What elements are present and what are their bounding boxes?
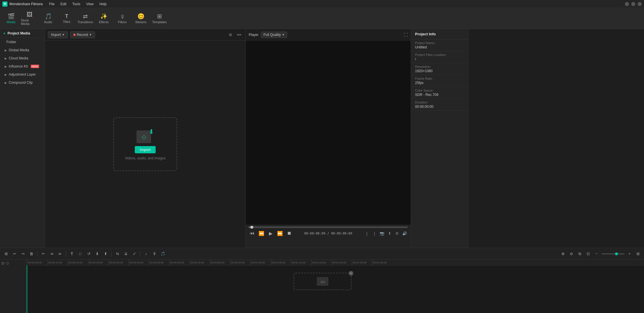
tl-grid-btn[interactable]: ⊞ (634, 250, 642, 258)
volume-icon[interactable]: 🔊 (401, 230, 408, 236)
tl-speed-btn[interactable]: ⊡ (584, 250, 592, 258)
project-name-label: Project Name: (415, 41, 465, 45)
project-location-value: / (415, 57, 465, 61)
tl-divider-3 (111, 251, 112, 256)
project-framerate-value: 25fps (415, 81, 465, 85)
menu-file[interactable]: File (47, 1, 57, 7)
stickers-icon: 😊 (137, 13, 145, 19)
zoom-in-button[interactable]: + (626, 250, 633, 258)
import-button[interactable]: Import ▼ (48, 31, 68, 38)
tl-group-button[interactable]: ⇊ (122, 250, 130, 258)
tl-divider-1 (37, 251, 37, 256)
zoom-slider-handle[interactable] (615, 252, 618, 255)
tl-prev-cut-button[interactable]: ⊲ (48, 250, 55, 258)
toolbar-templates[interactable]: ⊞ Templates (151, 10, 168, 27)
timeline-area: ⊞ ↩ ↪ 🗑 ✂ ⊲ ⊳ T □ ↺ ⬇ ⬆ ⇆ ⇊ ⤢ ♪ 🎙 🎵 ⊕ ⊖ … (0, 248, 644, 313)
toolbar-titles[interactable]: T Titles (58, 10, 75, 27)
player-screen (246, 41, 411, 225)
record-button[interactable]: Record ▼ (70, 31, 95, 38)
menu-edit[interactable]: Edit (58, 1, 69, 7)
stop-button[interactable]: ⏹ (286, 230, 293, 237)
play-button[interactable]: ▶ (267, 230, 274, 237)
out-point-icon[interactable]: ] (371, 230, 378, 236)
menu-help[interactable]: Help (97, 1, 109, 7)
toolbar-stock-media[interactable]: 🖼 Stock Media (21, 10, 38, 27)
quality-selector[interactable]: Full Quality ▼ (261, 32, 287, 38)
sidebar-item-adjustment-layer[interactable]: ▶ Adjustment Layer (0, 70, 45, 79)
ruler-mark-6: 00:00:35:00 (149, 260, 169, 265)
add-track-icon[interactable]: ⊞ (1, 261, 5, 265)
project-resolution-label: Resolution: (415, 65, 465, 68)
app-logo-icon: W (2, 1, 8, 7)
tl-collab-btn[interactable]: ⊕ (559, 250, 567, 258)
menu-tools[interactable]: Tools (70, 1, 83, 7)
import-green-button[interactable]: Import (135, 146, 156, 153)
window-maximize[interactable] (631, 2, 635, 6)
toolbar-stickers[interactable]: 😊 Stickers (132, 10, 150, 27)
main-toolbar: 🎬 Media 🖼 Stock Media 🎵 Audio T Titles ⇄… (0, 8, 644, 29)
sidebar-item-influence-kit[interactable]: ▶ Influence Kit NEW (0, 62, 45, 70)
tl-redo-button[interactable]: ↪ (19, 250, 27, 258)
tl-music-btn[interactable]: 🎵 (159, 250, 167, 258)
sidebar-item-folder[interactable]: Folder (0, 38, 45, 46)
app-name: Wondershare Filmora (9, 2, 43, 6)
toolbar-media[interactable]: 🎬 Media (2, 10, 20, 27)
tl-down-button[interactable]: ⬇ (93, 250, 101, 258)
timeline-playhead[interactable] (27, 265, 27, 313)
tl-divider-4 (140, 251, 140, 256)
player-fullscreen-icon[interactable]: ⛶ (404, 32, 408, 37)
toolbar-transitions[interactable]: ⇄ Transitions (77, 10, 94, 27)
tl-undo-button[interactable]: ↩ (11, 250, 18, 258)
timeline-main: ⊞ ⊙ 00:00:05:00 00:00:10:00 00:00:15:00 … (0, 260, 644, 313)
tl-shape-button[interactable]: □ (77, 250, 84, 258)
ruler-mark-2: 00:00:15:00 (68, 260, 88, 265)
settings-icon[interactable]: ⚙ (394, 230, 400, 236)
tl-text-button[interactable]: T (68, 250, 76, 258)
next-frame-button[interactable]: ⏩ (276, 230, 283, 237)
toolbar-media-label: Media (7, 20, 15, 24)
tl-rotate-button[interactable]: ↺ (85, 250, 92, 258)
toolbar-audio[interactable]: 🎵 Audio (39, 10, 57, 27)
export-frame-icon[interactable]: ⬆ (386, 230, 393, 236)
tl-expand-button[interactable]: ⤢ (130, 250, 138, 258)
progress-bar[interactable] (249, 226, 408, 228)
timeline-tracks[interactable]: ▭ + (26, 265, 644, 313)
sidebar-item-cloud-media[interactable]: ▶ Cloud Media (0, 54, 45, 62)
sidebar-item-compound-clip[interactable]: ▶ Compound Clip (0, 79, 45, 87)
tl-snap-button[interactable]: ⊞ (2, 250, 10, 258)
tl-audio-btn[interactable]: ♪ (142, 250, 150, 258)
quality-label: Full Quality (263, 33, 281, 37)
import-drop-zone[interactable]: ◇ ⬇ Import Videos, audio, and images (113, 117, 177, 171)
window-minimize[interactable] (625, 2, 629, 6)
project-colorspace-label: Color Space: (415, 89, 465, 92)
ruler-mark-17: 00:01:30:00 (372, 260, 392, 265)
sidebar-item-global-media[interactable]: ▶ Global Media (0, 46, 45, 54)
tl-merge-btn[interactable]: ⊖ (567, 250, 575, 258)
toolbar-filters[interactable]: ⧬ Filters (114, 10, 131, 27)
zoom-out-button[interactable]: − (593, 250, 600, 258)
toolbar-effects[interactable]: ✨ Effects (95, 10, 112, 27)
filter-icon[interactable]: ⚙ (227, 31, 234, 38)
window-close[interactable] (638, 2, 642, 6)
zoom-slider[interactable] (601, 253, 625, 254)
prev-frame-button[interactable]: ⏪ (258, 230, 265, 237)
timeline-toolbar: ⊞ ↩ ↪ 🗑 ✂ ⊲ ⊳ T □ ↺ ⬇ ⬆ ⇆ ⇊ ⤢ ♪ 🎙 🎵 ⊕ ⊖ … (0, 248, 644, 260)
media-toolbar: Import ▼ Record ▼ ⚙ ••• (45, 29, 245, 41)
menu-view[interactable]: View (84, 1, 96, 7)
player-extra-controls: [ ] 📷 ⬆ ⚙ 🔊 (364, 230, 408, 236)
tl-up-button[interactable]: ⬆ (102, 250, 109, 258)
tl-delete-button[interactable]: 🗑 (28, 250, 35, 258)
snapshot-icon[interactable]: 📷 (379, 230, 385, 236)
track-settings-icon[interactable]: ⊙ (6, 261, 9, 265)
tl-next-cut-button[interactable]: ⊳ (56, 250, 64, 258)
tl-mic-btn[interactable]: 🎙 (151, 250, 158, 258)
tl-split-btn[interactable]: ⧉ (576, 250, 583, 258)
quality-chevron-icon: ▼ (282, 33, 285, 36)
tl-link-button[interactable]: ⇆ (114, 250, 121, 258)
tl-cut-button[interactable]: ✂ (39, 250, 47, 258)
more-options-icon[interactable]: ••• (236, 31, 243, 38)
skip-back-button[interactable]: ⏮ (249, 230, 256, 237)
progress-handle[interactable] (250, 226, 253, 229)
ruler-mark-1: 00:00:10:00 (48, 260, 68, 265)
in-point-icon[interactable]: [ (364, 230, 370, 236)
